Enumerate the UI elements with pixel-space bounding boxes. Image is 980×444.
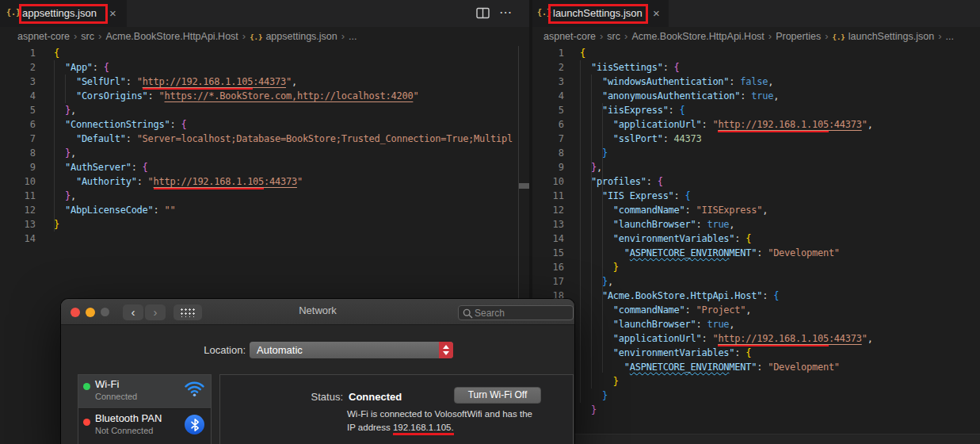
location-value: Automatic: [257, 344, 303, 356]
code-line[interactable]: 16 }: [532, 260, 980, 274]
breadcrumb-item[interactable]: Acme.BookStore.HttpApi.Host: [631, 31, 764, 42]
code-line[interactable]: 13}: [0, 217, 518, 232]
breadcrumb-item[interactable]: ...: [946, 31, 954, 42]
code-line[interactable]: 14 "environmentVariables": {: [532, 232, 980, 246]
code-line[interactable]: 8 },: [0, 146, 518, 160]
ip-address-annotated: 192.168.1.105.: [393, 423, 454, 435]
code-line[interactable]: 3 "windowsAuthentication": false,: [532, 75, 980, 89]
close-icon[interactable]: ×: [653, 6, 660, 20]
screenshot-root: {.} appsettings.json × ⋯ aspnet-core›src…: [0, 0, 980, 444]
code-line[interactable]: 3 "SelfUrl": "http://192.168.1.105:44373…: [0, 75, 518, 89]
code-line[interactable]: 6 "applicationUrl": "http://192.168.1.10…: [532, 117, 980, 132]
code-line[interactable]: 22 "environmentVariables": {: [532, 346, 980, 360]
list-item-bluetooth-pan[interactable]: Bluetooth PAN Not Connected: [78, 408, 211, 444]
line-number: 2: [532, 60, 564, 75]
location-dropdown[interactable]: Automatic: [250, 342, 453, 358]
code-line[interactable]: 6 "ConnectionStrings": {: [0, 117, 518, 132]
code-line[interactable]: 5 "iisExpress": {: [532, 103, 980, 117]
code-text: "commandName": "IISExpress",: [564, 205, 768, 216]
line-number: 4: [0, 89, 36, 103]
breadcrumb-item[interactable]: {.}launchSettings.json: [832, 31, 934, 42]
code-line[interactable]: 10 "Authority": "http://192.168.1.105:44…: [0, 174, 518, 189]
status-value: Connected: [349, 391, 402, 403]
code-line[interactable]: 5 },: [0, 103, 518, 117]
code-text: },: [564, 276, 613, 287]
code-line[interactable]: 20 "launchBrowser": true,: [532, 317, 980, 331]
code-line[interactable]: 25 }: [532, 388, 980, 403]
turn-wifi-off-button[interactable]: Turn Wi-Fi Off: [454, 387, 541, 404]
line-number: 5: [532, 103, 564, 117]
line-number: 9: [0, 160, 36, 174]
code-line[interactable]: 23 "ASPNETCORE_ENVIRONMENT": "Developmen…: [532, 360, 980, 374]
search-icon: [463, 308, 473, 319]
line-number: 4: [532, 89, 564, 103]
code-line[interactable]: 7 "Default": "Server=localhost;Database=…: [0, 132, 518, 146]
line-number: 14: [0, 232, 36, 246]
split-editor-icon[interactable]: [476, 7, 490, 22]
breadcrumb-item[interactable]: Properties: [776, 31, 821, 42]
code-text: "AbpLicenseCode": "": [36, 205, 175, 216]
code-line[interactable]: 24 }: [532, 374, 980, 388]
code-text: "Acme.BookStore.HttpApi.Host": {: [564, 290, 779, 301]
code-line[interactable]: 12 "AbpLicenseCode": "": [0, 203, 518, 217]
code-line[interactable]: 10 "profiles": {: [532, 174, 980, 189]
search-field[interactable]: [458, 305, 574, 320]
line-number: 11: [532, 189, 564, 203]
code-line[interactable]: 26 }: [532, 403, 980, 417]
code-line[interactable]: 21 "applicationUrl": "http://192.168.1.1…: [532, 331, 980, 346]
service-name: Wi-Fi: [95, 378, 119, 390]
network-services-list: Wi-Fi Connected Bluetooth PAN Not Connec…: [78, 374, 212, 444]
code-line[interactable]: 1{: [532, 46, 980, 60]
code-text: "launchBrowser": true,: [564, 219, 734, 230]
code-line[interactable]: 17 },: [532, 274, 980, 289]
breadcrumb-item[interactable]: Acme.BookStore.HttpApi.Host: [105, 31, 238, 42]
line-number: 12: [0, 203, 36, 217]
horizontal-scrollbar-track[interactable]: [532, 434, 980, 444]
window-titlebar[interactable]: ‹ › Network: [61, 299, 574, 325]
list-item-wifi[interactable]: Wi-Fi Connected: [78, 375, 211, 408]
code-line[interactable]: 2 "iisSettings": {: [532, 60, 980, 75]
code-line[interactable]: 11 },: [0, 189, 518, 203]
code-line[interactable]: 4 "anonymousAuthentication": true,: [532, 89, 980, 103]
breadcrumb-item[interactable]: ...: [349, 31, 357, 42]
breadcrumb-item[interactable]: {.}appsettings.json: [250, 31, 337, 42]
code-text: "applicationUrl": "http://192.168.1.105:…: [564, 119, 873, 130]
breadcrumb-item[interactable]: aspnet-core: [17, 31, 70, 42]
code-editor-launchsettings[interactable]: 1{2 "iisSettings": {3 "windowsAuthentica…: [532, 46, 980, 444]
code-text: "iisSettings": {: [564, 62, 680, 73]
code-line[interactable]: 13 "launchBrowser": true,: [532, 217, 980, 232]
line-number: 11: [0, 189, 36, 203]
code-text: "sslPort": 44373: [564, 133, 701, 144]
code-text: "Default": "Server=localhost;Database=Bo…: [36, 133, 513, 144]
search-input[interactable]: [475, 306, 570, 320]
code-line[interactable]: 2 "App": {: [0, 60, 518, 75]
more-actions-icon[interactable]: ⋯: [499, 5, 512, 20]
chevron-right-icon: ›: [74, 30, 77, 42]
code-line[interactable]: 1{: [0, 46, 518, 60]
code-line[interactable]: 7 "sslPort": 44373: [532, 132, 980, 146]
code-text: "profiles": {: [564, 176, 663, 187]
indent-guide: [54, 60, 55, 232]
breadcrumb-item[interactable]: aspnet-core: [543, 31, 596, 42]
code-text: },: [36, 147, 76, 159]
code-line[interactable]: 11 "IIS Express": {: [532, 189, 980, 203]
line-number: 14: [532, 232, 564, 246]
code-line[interactable]: 18 "Acme.BookStore.HttpApi.Host": {: [532, 289, 980, 303]
close-icon[interactable]: ×: [109, 6, 116, 20]
status-dot-red: [83, 419, 90, 426]
scrollbar-thumb[interactable]: [519, 183, 529, 189]
indent-guide: [602, 103, 603, 373]
line-number: 7: [0, 132, 36, 146]
line-number: 2: [0, 60, 36, 75]
code-line[interactable]: 15 "ASPNETCORE_ENVIRONMENT": "Developmen…: [532, 246, 980, 260]
code-text: [36, 233, 54, 244]
code-line[interactable]: 4 "CorsOrigins": "https://*.BookStore.co…: [0, 89, 518, 103]
code-line[interactable]: 9 },: [532, 160, 980, 174]
code-line[interactable]: 14: [0, 232, 518, 246]
breadcrumb-item[interactable]: src: [81, 31, 94, 42]
code-line[interactable]: 12 "commandName": "IISExpress",: [532, 203, 980, 217]
code-line[interactable]: 19 "commandName": "Project",: [532, 303, 980, 317]
code-line[interactable]: 8 }: [532, 146, 980, 160]
code-line[interactable]: 9 "AuthServer": {: [0, 160, 518, 174]
breadcrumb-item[interactable]: src: [607, 31, 620, 42]
